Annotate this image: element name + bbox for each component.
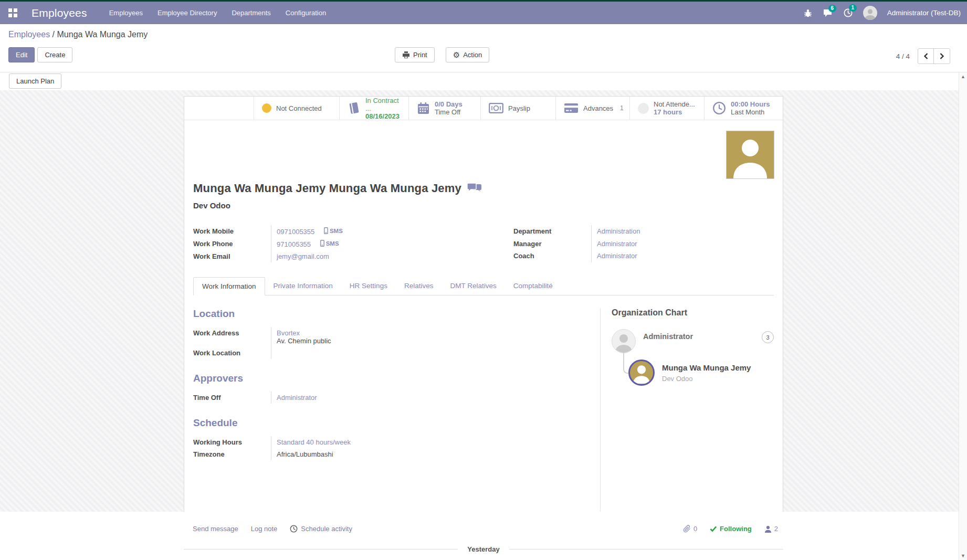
printer-icon xyxy=(402,51,410,59)
employee-name: Munga Wa Munga Jemy Munga Wa Munga Jemy xyxy=(193,182,461,195)
manager-value[interactable]: Administrator xyxy=(597,240,637,248)
followers-button[interactable]: 2 xyxy=(764,525,778,533)
following-button[interactable]: Following xyxy=(710,525,752,533)
timezone-value[interactable]: Africa/Lubumbashi xyxy=(277,450,333,458)
org-node-employee[interactable]: Munga Wa Munga Jemy Dev Odoo xyxy=(628,360,774,386)
messages-icon[interactable]: 6 xyxy=(823,8,833,18)
connection-status-button[interactable]: Not Connected xyxy=(254,97,339,120)
job-title: Dev Odoo xyxy=(193,201,774,210)
stat-button-bar: Not Connected In Contract ... 08/16 xyxy=(184,97,783,120)
notebook-tabs: Work Information Private Information HR … xyxy=(193,277,774,295)
payslip-button[interactable]: Payslip xyxy=(480,97,555,120)
nav-item-departments[interactable]: Departments xyxy=(232,9,270,17)
contact-field-groups: Work Mobile 0971005355 SMS Work Phone 97… xyxy=(193,225,774,262)
work-location-value[interactable] xyxy=(271,347,584,359)
work-phone-value[interactable]: 971005355 xyxy=(277,240,311,248)
scroll-down-icon[interactable]: ▼ xyxy=(961,553,965,558)
tab-work-information[interactable]: Work Information xyxy=(193,277,265,295)
location-heading: Location xyxy=(193,308,584,320)
nav-item-configuration[interactable]: Configuration xyxy=(286,9,326,17)
tab-hr-settings[interactable]: HR Settings xyxy=(341,277,396,295)
hours-last-month-button[interactable]: 00:00 Hours Last Month xyxy=(704,97,783,120)
status-dot-gray-icon xyxy=(638,103,649,114)
app-title: Employees xyxy=(31,7,87,19)
breadcrumb-separator: / xyxy=(52,30,55,39)
date-divider-label: Yesterday xyxy=(467,545,499,553)
nav-item-employees[interactable]: Employees xyxy=(109,9,143,17)
department-value[interactable]: Administration xyxy=(597,227,640,235)
tab-private-information[interactable]: Private Information xyxy=(265,277,341,295)
org-node-manager[interactable]: Administrator 3 xyxy=(612,329,774,353)
apps-menu-icon[interactable] xyxy=(8,8,17,17)
org-employee-name: Munga Wa Munga Jemy xyxy=(662,363,751,372)
coach-label: Coach xyxy=(513,250,591,262)
work-location-label: Work Location xyxy=(193,347,271,359)
send-message-button[interactable]: Send message xyxy=(193,525,238,533)
work-address-label: Work Address xyxy=(193,327,271,347)
user-menu[interactable]: Administrator (Test-DB) xyxy=(887,9,961,17)
credit-card-icon xyxy=(564,103,579,113)
org-chart: Administrator 3 xyxy=(612,329,774,386)
pager-previous-button[interactable] xyxy=(918,49,934,64)
advances-button[interactable]: Advances 1 xyxy=(555,97,629,120)
manager-avatar xyxy=(612,329,636,353)
tab-relatives[interactable]: Relatives xyxy=(396,277,442,295)
work-address-street: Av. Chemin public xyxy=(277,337,584,345)
attendance-button[interactable]: Not Attende... 17 hours xyxy=(629,97,704,120)
form-sheet: Not Connected In Contract ... 08/16 xyxy=(184,96,783,512)
tab-comptabilite[interactable]: Comptabilité xyxy=(505,277,561,295)
time-off-approver-value[interactable]: Administrator xyxy=(277,394,317,401)
approvers-heading: Approvers xyxy=(193,373,584,384)
open-chat-icon[interactable] xyxy=(467,183,482,195)
activities-icon[interactable]: 1 xyxy=(843,8,853,18)
employee-photo[interactable] xyxy=(726,131,774,179)
department-label: Department xyxy=(513,225,591,238)
timezone-label: Timezone xyxy=(193,448,271,460)
work-phone-sms-link[interactable]: SMS xyxy=(320,240,339,247)
working-hours-value[interactable]: Standard 40 hours/week xyxy=(277,438,351,446)
work-mobile-value[interactable]: 0971005355 xyxy=(277,228,314,236)
print-button[interactable]: Print xyxy=(395,47,435,62)
launch-plan-button[interactable]: Launch Plan xyxy=(9,73,61,89)
user-avatar[interactable] xyxy=(863,6,877,20)
org-subordinates-badge[interactable]: 3 xyxy=(762,331,774,343)
breadcrumb-current: Munga Wa Munga Jemy xyxy=(57,30,148,39)
contact-fields-left: Work Mobile 0971005355 SMS Work Phone 97… xyxy=(193,225,484,262)
page: Employees Employees Employee Directory D… xyxy=(0,0,967,560)
work-mobile-label: Work Mobile xyxy=(193,225,271,238)
time-off-button[interactable]: 0/0 Days Time Off xyxy=(408,97,480,120)
org-manager-name: Administrator xyxy=(643,329,693,341)
vertical-scrollbar[interactable]: ▲ ▼ xyxy=(959,72,967,560)
mobile-phone-icon xyxy=(324,227,328,234)
create-button[interactable]: Create xyxy=(37,47,72,62)
log-note-button[interactable]: Log note xyxy=(251,525,278,533)
nav-item-employee-directory[interactable]: Employee Directory xyxy=(157,9,217,17)
breadcrumb: Employees / Munga Wa Munga Jemy xyxy=(8,30,148,39)
schedule-activity-clock-icon xyxy=(290,525,298,533)
tab-dmt-relatives[interactable]: DMT Relatives xyxy=(442,277,504,295)
banknote-icon xyxy=(489,103,503,113)
calendar-icon xyxy=(417,102,430,115)
button-box-row: Launch Plan xyxy=(0,72,967,90)
breadcrumb-parent[interactable]: Employees xyxy=(8,30,50,39)
advances-count: 1 xyxy=(620,104,624,112)
form-view: Not Connected In Contract ... 08/16 xyxy=(0,90,967,512)
navbar: Employees Employees Employee Directory D… xyxy=(0,2,967,24)
contract-book-icon xyxy=(348,102,361,115)
attachments-button[interactable]: 0 xyxy=(683,525,697,533)
schedule-activity-button[interactable]: Schedule activity xyxy=(290,525,352,533)
debug-bug-icon[interactable] xyxy=(803,8,813,18)
org-employee-job: Dev Odoo xyxy=(662,375,751,383)
date-divider: Yesterday xyxy=(184,545,783,553)
coach-value[interactable]: Administrator xyxy=(597,252,637,260)
action-button[interactable]: ⚙ Action xyxy=(446,47,490,62)
pager-next-button[interactable] xyxy=(934,49,950,64)
scroll-up-icon[interactable]: ▲ xyxy=(961,74,965,79)
manager-label: Manager xyxy=(513,238,591,250)
hr-fields-right: Department Administration Manager Admini… xyxy=(484,225,774,262)
work-address-company[interactable]: Bvortex xyxy=(277,329,300,337)
work-mobile-sms-link[interactable]: SMS xyxy=(324,227,343,234)
edit-button[interactable]: Edit xyxy=(8,47,35,62)
work-email-value[interactable]: jemy@gmail.com xyxy=(277,252,329,260)
contract-button[interactable]: In Contract ... 08/16/2023 xyxy=(339,97,408,120)
